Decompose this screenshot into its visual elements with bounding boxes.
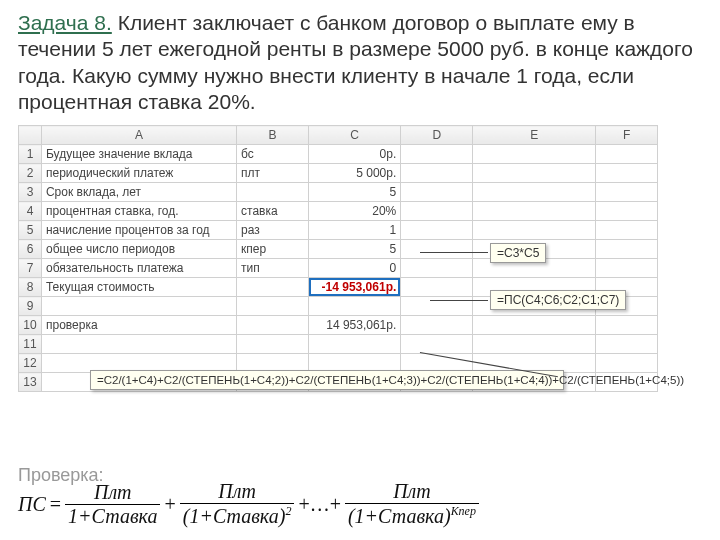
excel-grid[interactable]: A B C D E F 1Будущее значение вкладабс0р… <box>18 125 658 392</box>
cell-B8[interactable] <box>237 278 309 297</box>
spreadsheet: A B C D E F 1Будущее значение вкладабс0р… <box>18 125 658 392</box>
cell-C2[interactable]: 5 000р. <box>308 164 400 183</box>
cell-D7[interactable] <box>401 259 473 278</box>
cell-D10[interactable] <box>401 316 473 335</box>
formula-eq: = <box>50 493 61 516</box>
pv-formula: ПС = Плт 1+Ставка + Плт (1+Ставка)2 +…+ … <box>18 480 698 528</box>
formula-callout-c5: =C3*C5 <box>490 243 546 263</box>
cell-E4[interactable] <box>473 202 596 221</box>
cell-A4[interactable]: процентная ставка, год. <box>41 202 236 221</box>
cell-B1[interactable]: бс <box>237 145 309 164</box>
cell-F12[interactable] <box>596 354 658 373</box>
col-header-B[interactable]: B <box>237 126 309 145</box>
row-header[interactable]: 13 <box>19 373 42 392</box>
cell-F2[interactable] <box>596 164 658 183</box>
cell-E2[interactable] <box>473 164 596 183</box>
row-header[interactable]: 8 <box>19 278 42 297</box>
cell-A10[interactable]: проверка <box>41 316 236 335</box>
col-header-D[interactable]: D <box>401 126 473 145</box>
cell-B11[interactable] <box>237 335 309 354</box>
cell-C6[interactable]: 5 <box>308 240 400 259</box>
cell-D2[interactable] <box>401 164 473 183</box>
cell-D8[interactable] <box>401 278 473 297</box>
row-header[interactable]: 9 <box>19 297 42 316</box>
cell-A11[interactable] <box>41 335 236 354</box>
cell-A2[interactable]: периодический платеж <box>41 164 236 183</box>
cell-B5[interactable]: раз <box>237 221 309 240</box>
task-text: Клиент заключает с банком договор о выпл… <box>18 11 693 113</box>
formula-term2: Плт (1+Ставка)2 <box>180 480 295 528</box>
cell-A5[interactable]: начисление процентов за год <box>41 221 236 240</box>
row-header[interactable]: 10 <box>19 316 42 335</box>
row-header[interactable]: 4 <box>19 202 42 221</box>
cell-E3[interactable] <box>473 183 596 202</box>
cell-F5[interactable] <box>596 221 658 240</box>
cell-D1[interactable] <box>401 145 473 164</box>
cell-C5[interactable]: 1 <box>308 221 400 240</box>
cell-F11[interactable] <box>596 335 658 354</box>
cell-B2[interactable]: плт <box>237 164 309 183</box>
cell-F6[interactable] <box>596 240 658 259</box>
row-header[interactable]: 12 <box>19 354 42 373</box>
cell-D3[interactable] <box>401 183 473 202</box>
cell-C7[interactable]: 0 <box>308 259 400 278</box>
cell-E10[interactable] <box>473 316 596 335</box>
cell-B10[interactable] <box>237 316 309 335</box>
cell-D11[interactable] <box>401 335 473 354</box>
cell-B4[interactable]: ставка <box>237 202 309 221</box>
table-row: 3Срок вклада, лет5 <box>19 183 658 202</box>
cell-C1[interactable]: 0р. <box>308 145 400 164</box>
arrow-to-c7 <box>430 300 488 301</box>
cell-C10[interactable]: 14 953,061р. <box>308 316 400 335</box>
row-header[interactable]: 2 <box>19 164 42 183</box>
cell-A8[interactable]: Текущая стоимость <box>41 278 236 297</box>
col-header-A[interactable]: A <box>41 126 236 145</box>
corner-cell[interactable] <box>19 126 42 145</box>
row-header[interactable]: 11 <box>19 335 42 354</box>
row-header[interactable]: 6 <box>19 240 42 259</box>
cell-B9[interactable] <box>237 297 309 316</box>
cell-F1[interactable] <box>596 145 658 164</box>
cell-A6[interactable]: общее число периодов <box>41 240 236 259</box>
cell-F4[interactable] <box>596 202 658 221</box>
row-header[interactable]: 1 <box>19 145 42 164</box>
cell-C4[interactable]: 20% <box>308 202 400 221</box>
formula-lhs: ПС <box>18 493 46 516</box>
cell-A1[interactable]: Будущее значение вклада <box>41 145 236 164</box>
cell-E1[interactable] <box>473 145 596 164</box>
cell-C9[interactable] <box>308 297 400 316</box>
table-row: 6общее число периодовкпер5 <box>19 240 658 259</box>
formula-term1: Плт 1+Ставка <box>65 481 160 528</box>
cell-E11[interactable] <box>473 335 596 354</box>
col-header-C[interactable]: C <box>308 126 400 145</box>
cell-F7[interactable] <box>596 259 658 278</box>
cell-B6[interactable]: кпер <box>237 240 309 259</box>
cell-E5[interactable] <box>473 221 596 240</box>
row-header[interactable]: 3 <box>19 183 42 202</box>
table-row: 1Будущее значение вкладабс0р. <box>19 145 658 164</box>
cell-B3[interactable] <box>237 183 309 202</box>
cell-F10[interactable] <box>596 316 658 335</box>
formula-callout-c7: =ПС(C4;C6;C2;C1;C7) <box>490 290 626 310</box>
formula-termN: Плт (1+Ставка)Кпер <box>345 480 479 528</box>
cell-A9[interactable] <box>41 297 236 316</box>
cell-D5[interactable] <box>401 221 473 240</box>
cell-C8[interactable]: -14 953,061р. <box>308 278 400 297</box>
cell-D6[interactable] <box>401 240 473 259</box>
col-header-F[interactable]: F <box>596 126 658 145</box>
cell-C3[interactable]: 5 <box>308 183 400 202</box>
row-header[interactable]: 5 <box>19 221 42 240</box>
cell-A7[interactable]: обязательность платежа <box>41 259 236 278</box>
cell-A3[interactable]: Срок вклада, лет <box>41 183 236 202</box>
cell-B7[interactable]: тип <box>237 259 309 278</box>
table-row: 4процентная ставка, год.ставка20% <box>19 202 658 221</box>
col-header-E[interactable]: E <box>473 126 596 145</box>
formula-dots: +…+ <box>298 493 341 516</box>
table-row: 11 <box>19 335 658 354</box>
row-header[interactable]: 7 <box>19 259 42 278</box>
cell-F3[interactable] <box>596 183 658 202</box>
cell-C11[interactable] <box>308 335 400 354</box>
table-row: 10проверка14 953,061р. <box>19 316 658 335</box>
table-row: 2периодический платежплт5 000р. <box>19 164 658 183</box>
cell-D4[interactable] <box>401 202 473 221</box>
